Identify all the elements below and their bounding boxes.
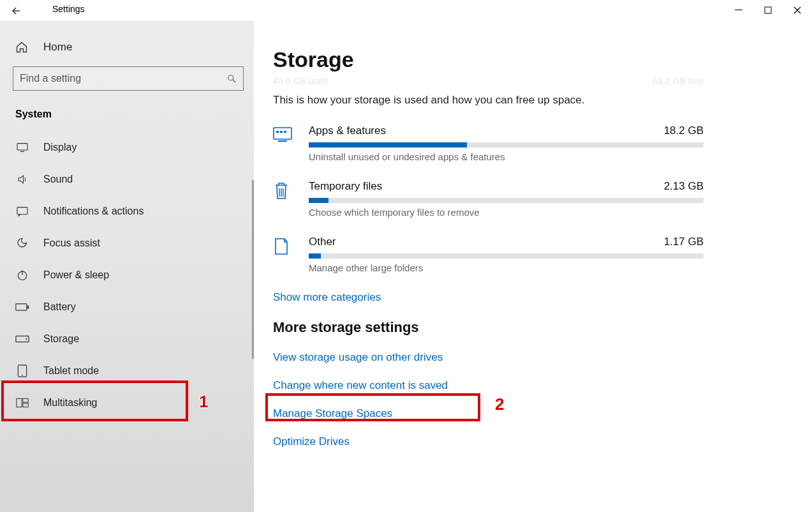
svg-rect-20 xyxy=(276,131,279,133)
svg-rect-1 xyxy=(765,7,771,13)
battery-icon xyxy=(15,303,29,312)
window-controls xyxy=(724,0,812,20)
svg-rect-16 xyxy=(23,398,28,402)
minimize-button[interactable] xyxy=(724,0,753,20)
sidebar: Home System Display Sound xyxy=(0,20,254,512)
folder-icon xyxy=(273,236,296,273)
link-other-drives[interactable]: View storage usage on other drives xyxy=(273,351,774,364)
sidebar-item-power-sleep[interactable]: Power & sleep xyxy=(13,259,244,291)
display-icon xyxy=(15,142,29,153)
home-nav[interactable]: Home xyxy=(13,36,244,66)
home-icon xyxy=(15,41,28,54)
category-sub: Choose which temporary files to remove xyxy=(309,207,704,218)
link-change-save-location[interactable]: Change where new content is saved xyxy=(273,379,774,392)
tablet-icon xyxy=(15,365,29,377)
category-name: Apps & features xyxy=(309,124,386,137)
svg-rect-10 xyxy=(27,305,29,308)
power-icon xyxy=(15,269,29,282)
ghost-used: 40.9 GB used xyxy=(273,76,328,86)
close-icon xyxy=(794,6,801,14)
focus-assist-icon xyxy=(15,237,29,250)
show-more-link[interactable]: Show more categories xyxy=(273,291,774,304)
section-title: System xyxy=(13,106,244,132)
svg-rect-18 xyxy=(274,128,292,139)
category-sub: Manage other large folders xyxy=(309,262,704,273)
page-title: Storage xyxy=(273,47,774,72)
svg-line-3 xyxy=(233,80,235,82)
ghost-free: 68.2 GB free xyxy=(653,76,704,86)
category-bar xyxy=(309,142,704,147)
svg-point-2 xyxy=(228,75,233,80)
sidebar-item-focus-assist[interactable]: Focus assist xyxy=(13,227,244,259)
sidebar-item-display[interactable]: Display xyxy=(13,132,244,163)
svg-rect-22 xyxy=(284,131,286,133)
svg-point-12 xyxy=(26,338,27,340)
category-bar xyxy=(309,253,704,259)
sidebar-item-battery[interactable]: Battery xyxy=(13,291,244,323)
svg-rect-15 xyxy=(17,398,22,407)
category-sub: Uninstall unused or undesired apps & fea… xyxy=(309,151,704,162)
settings-window: Settings Home xyxy=(0,0,812,512)
category-size: 2.13 GB xyxy=(664,180,704,193)
app-title: Settings xyxy=(52,4,85,14)
sidebar-item-label: Focus assist xyxy=(43,237,100,249)
search-icon xyxy=(226,73,237,84)
category-apps[interactable]: Apps & features18.2 GB Uninstall unused … xyxy=(273,124,774,162)
minimize-icon xyxy=(735,6,742,14)
sidebar-item-label: Multitasking xyxy=(43,397,97,409)
svg-point-14 xyxy=(22,375,23,376)
storage-desc: This is how your storage is used and how… xyxy=(273,94,774,107)
body: Home System Display Sound xyxy=(0,20,812,512)
sidebar-item-label: Storage xyxy=(43,333,79,345)
link-optimize-drives[interactable]: Optimize Drives xyxy=(273,435,774,448)
sound-icon xyxy=(15,174,29,185)
svg-rect-0 xyxy=(735,10,742,10)
svg-rect-17 xyxy=(23,403,28,407)
sidebar-item-label: Display xyxy=(43,142,77,153)
svg-rect-19 xyxy=(278,140,287,142)
link-storage-spaces[interactable]: Manage Storage Spaces xyxy=(273,407,774,420)
svg-rect-21 xyxy=(280,131,283,133)
more-settings-head: More storage settings xyxy=(273,319,774,336)
category-size: 18.2 GB xyxy=(664,124,704,137)
back-button[interactable] xyxy=(10,5,22,17)
storage-icon xyxy=(15,335,29,343)
sidebar-item-multitasking[interactable]: Multitasking xyxy=(13,387,244,419)
multitasking-icon xyxy=(15,398,29,408)
sidebar-item-label: Notifications & actions xyxy=(43,206,144,217)
category-bar xyxy=(309,198,704,203)
close-button[interactable] xyxy=(783,0,812,20)
sidebar-item-label: Power & sleep xyxy=(43,269,109,281)
svg-rect-4 xyxy=(17,144,27,150)
maximize-icon xyxy=(764,6,772,14)
titlebar: Settings xyxy=(0,0,812,20)
sidebar-item-sound[interactable]: Sound xyxy=(13,163,244,195)
category-name: Other xyxy=(309,236,336,248)
category-size: 1.17 GB xyxy=(664,236,704,248)
search-input[interactable] xyxy=(20,73,226,84)
home-label: Home xyxy=(43,41,72,54)
ghost-usage-row: 40.9 GB used 68.2 GB free xyxy=(273,76,774,86)
sidebar-item-label: Tablet mode xyxy=(43,365,99,377)
sidebar-item-label: Sound xyxy=(43,174,73,185)
maximize-button[interactable] xyxy=(753,0,783,20)
sidebar-item-label: Battery xyxy=(43,301,76,313)
sidebar-item-notifications[interactable]: Notifications & actions xyxy=(13,195,244,227)
sidebar-item-storage[interactable]: Storage xyxy=(13,323,244,355)
arrow-left-icon xyxy=(10,5,22,17)
search-box[interactable] xyxy=(13,66,244,91)
trash-icon xyxy=(273,180,296,218)
category-name: Temporary files xyxy=(309,180,382,193)
main-panel: Storage 40.9 GB used 68.2 GB free This i… xyxy=(254,20,812,512)
svg-rect-9 xyxy=(16,304,27,310)
svg-rect-6 xyxy=(17,207,27,215)
category-temp[interactable]: Temporary files2.13 GB Choose which temp… xyxy=(273,180,774,218)
sidebar-item-tablet-mode[interactable]: Tablet mode xyxy=(13,355,244,387)
notifications-icon xyxy=(15,206,29,216)
apps-icon xyxy=(273,124,296,162)
category-other[interactable]: Other1.17 GB Manage other large folders xyxy=(273,236,774,273)
